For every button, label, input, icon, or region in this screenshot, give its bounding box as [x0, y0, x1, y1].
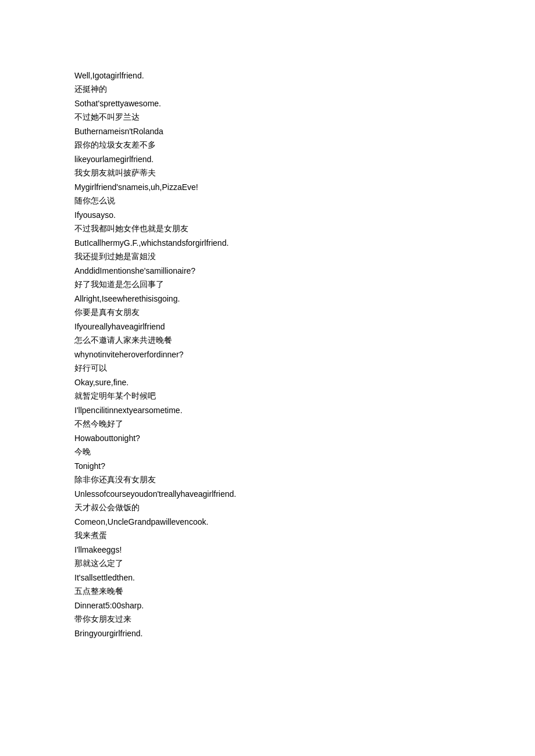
subtitle-line-chinese: 五点整来晚餐	[74, 585, 461, 597]
subtitle-line-english: Tonight?	[74, 460, 461, 472]
subtitle-pair: Comeon,UncleGrandpawillevencook.我来煮蛋	[74, 516, 461, 542]
subtitle-line-chinese: 好行可以	[74, 362, 461, 374]
subtitle-line-english: Dinnerat5:00sharp.	[74, 600, 461, 612]
subtitle-pair: likeyourlamegirlfriend.我女朋友就叫披萨蒂夫	[74, 153, 461, 179]
subtitle-line-english: It'sallsettledthen.	[74, 572, 461, 584]
subtitle-pair: Tonight?除非你还真没有女朋友	[74, 460, 461, 486]
subtitle-line-chinese: 我女朋友就叫披萨蒂夫	[74, 167, 461, 179]
subtitle-line-chinese: 那就这么定了	[74, 557, 461, 569]
subtitle-pair: Allright,Iseewherethisisgoing.你要是真有女朋友	[74, 293, 461, 318]
subtitle-pair: I'llmakeeggs!那就这么定了	[74, 544, 461, 569]
subtitle-line-chinese: 我来煮蛋	[74, 529, 461, 542]
subtitle-pair: Okay,sure,fine.就暂定明年某个时候吧	[74, 377, 461, 402]
subtitle-line-chinese: 怎么不邀请人家来共进晚餐	[74, 334, 461, 346]
subtitle-line-english: Bringyourgirlfriend.	[74, 628, 461, 640]
subtitle-line-english: Well,Igotagirlfriend.	[74, 70, 461, 82]
subtitle-pair: Ifyousayso.不过我都叫她女伴也就是女朋友	[74, 209, 461, 235]
subtitle-pair: Unlessofcourseyoudon'treallyhaveagirlfri…	[74, 488, 461, 514]
subtitle-line-english: Ifyousayso.	[74, 209, 461, 221]
subtitle-pair: Howabouttonight?今晚	[74, 432, 461, 458]
subtitle-line-chinese: 好了我知道是怎么回事了	[74, 278, 461, 291]
subtitle-line-chinese: 我还提到过她是富姐没	[74, 250, 461, 263]
subtitle-pair: whynotinviteheroverfordinner?好行可以	[74, 349, 461, 374]
subtitle-line-english: Ifyoureallyhaveagirlfriend	[74, 321, 461, 333]
subtitle-line-chinese: 你要是真有女朋友	[74, 306, 461, 318]
subtitle-line-english: Okay,sure,fine.	[74, 377, 461, 389]
subtitle-line-english: whynotinviteheroverfordinner?	[74, 349, 461, 361]
subtitle-pair: I'llpencilitinnextyearsometime.不然今晚好了	[74, 404, 461, 430]
subtitle-line-english: Sothat'sprettyawesome.	[74, 98, 461, 110]
subtitle-line-english: AnddidImentionshe'samillionaire?	[74, 265, 461, 277]
subtitle-pair: Sothat'sprettyawesome.不过她不叫罗兰达	[74, 98, 461, 123]
subtitle-line-chinese: 今晚	[74, 446, 461, 458]
subtitle-pair: Buthernameisn'tRolanda跟你的垃圾女友差不多	[74, 126, 461, 151]
subtitle-line-english: Unlessofcourseyoudon'treallyhaveagirlfri…	[74, 488, 461, 500]
subtitle-content: Well,Igotagirlfriend.还挺神的Sothat'sprettya…	[74, 70, 461, 640]
subtitle-line-english: Mygirlfriend'snameis,uh,PizzaEve!	[74, 181, 461, 194]
subtitle-line-chinese: 除非你还真没有女朋友	[74, 474, 461, 486]
subtitle-line-chinese: 就暂定明年某个时候吧	[74, 390, 461, 402]
subtitle-pair: AnddidImentionshe'samillionaire?好了我知道是怎么…	[74, 265, 461, 291]
subtitle-line-english: Allright,Iseewherethisisgoing.	[74, 293, 461, 305]
subtitle-line-english: I'llmakeeggs!	[74, 544, 461, 556]
subtitle-pair: It'sallsettledthen.五点整来晚餐	[74, 572, 461, 597]
subtitle-pair: Mygirlfriend'snameis,uh,PizzaEve!随你怎么说	[74, 181, 461, 207]
subtitle-line-english: Buthernameisn'tRolanda	[74, 126, 461, 138]
subtitle-line-english: ButIcallhermyG.F.,whichstandsforgirlfrie…	[74, 237, 461, 249]
subtitle-line-chinese: 不过她不叫罗兰达	[74, 111, 461, 123]
subtitle-line-chinese: 天才叔公会做饭的	[74, 501, 461, 514]
subtitle-line-chinese: 带你女朋友过来	[74, 613, 461, 625]
subtitle-line-chinese: 跟你的垃圾女友差不多	[74, 139, 461, 151]
subtitle-line-english: Howabouttonight?	[74, 432, 461, 445]
subtitle-pair: Bringyourgirlfriend.	[74, 628, 461, 640]
subtitle-pair: Well,Igotagirlfriend.还挺神的	[74, 70, 461, 95]
subtitle-line-english: I'llpencilitinnextyearsometime.	[74, 404, 461, 417]
subtitle-pair: ButIcallhermyG.F.,whichstandsforgirlfrie…	[74, 237, 461, 263]
subtitle-line-english: likeyourlamegirlfriend.	[74, 153, 461, 166]
subtitle-line-chinese: 不过我都叫她女伴也就是女朋友	[74, 223, 461, 235]
subtitle-line-english: Comeon,UncleGrandpawillevencook.	[74, 516, 461, 528]
subtitle-pair: Ifyoureallyhaveagirlfriend怎么不邀请人家来共进晚餐	[74, 321, 461, 346]
subtitle-line-chinese: 还挺神的	[74, 83, 461, 95]
subtitle-pair: Dinnerat5:00sharp.带你女朋友过来	[74, 600, 461, 625]
subtitle-line-chinese: 不然今晚好了	[74, 418, 461, 430]
subtitle-line-chinese: 随你怎么说	[74, 195, 461, 207]
